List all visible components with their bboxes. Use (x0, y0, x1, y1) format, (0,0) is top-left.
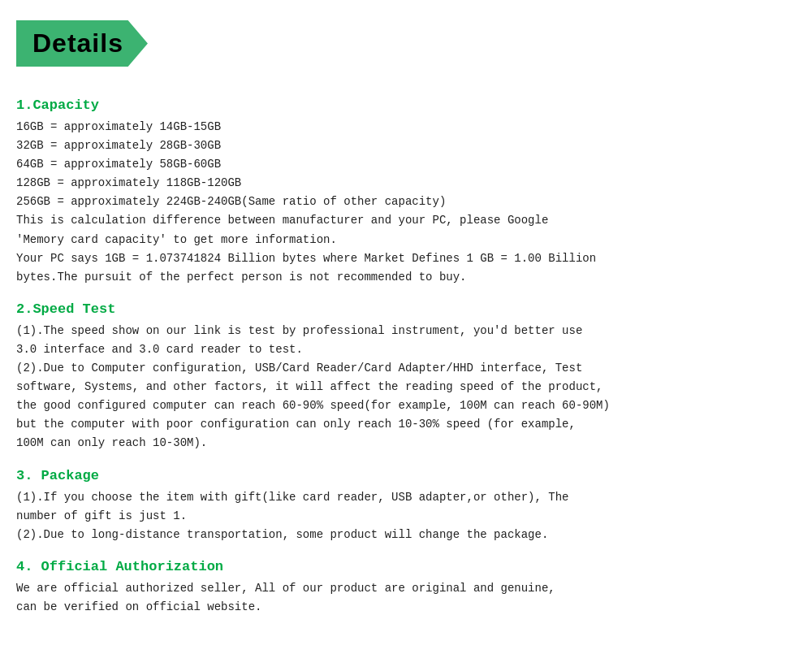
section-paragraph-capacity-5: This is calculation difference between m… (16, 211, 796, 249)
section-capacity: 1.Capacity16GB = approximately 14GB-15GB… (16, 97, 796, 287)
section-heading-speed-test: 2.Speed Test (16, 301, 796, 317)
details-banner-bg: Details (16, 20, 148, 67)
details-banner: Details (16, 20, 148, 67)
section-paragraph-capacity-6: Your PC says 1GB = 1.073741824 Billion b… (16, 249, 796, 287)
details-title: Details (32, 28, 123, 58)
section-official-authorization: 4. Official AuthorizationWe are official… (16, 559, 796, 617)
section-paragraph-package-1: (2).Due to long-distance transportation,… (16, 526, 796, 544)
section-paragraph-capacity-3: 128GB = approximately 118GB-120GB (16, 174, 796, 193)
section-heading-capacity: 1.Capacity (16, 97, 796, 113)
section-speed-test: 2.Speed Test(1).The speed show on our li… (16, 301, 796, 453)
section-paragraph-official-authorization-0: We are official authorized seller, All o… (16, 579, 796, 617)
section-paragraph-speed-test-0: (1).The speed show on our link is test b… (16, 322, 796, 359)
section-heading-package: 3. Package (16, 468, 796, 483)
section-paragraph-capacity-0: 16GB = approximately 14GB-15GB (16, 118, 796, 136)
section-paragraph-capacity-2: 64GB = approximately 58GB-60GB (16, 155, 796, 174)
sections-container: 1.Capacity16GB = approximately 14GB-15GB… (16, 97, 796, 617)
section-paragraph-package-0: (1).If you choose the item with gift(lik… (16, 488, 796, 526)
section-package: 3. Package(1).If you choose the item wit… (16, 468, 796, 544)
section-paragraph-capacity-1: 32GB = approximately 28GB-30GB (16, 136, 796, 155)
page-container: Details 1.Capacity16GB = approximately 1… (0, 0, 812, 641)
section-paragraph-speed-test-1: (2).Due to Computer configuration, USB/C… (16, 359, 796, 453)
section-heading-official-authorization: 4. Official Authorization (16, 559, 796, 574)
section-paragraph-capacity-4: 256GB = approximately 224GB-240GB(Same r… (16, 193, 796, 211)
